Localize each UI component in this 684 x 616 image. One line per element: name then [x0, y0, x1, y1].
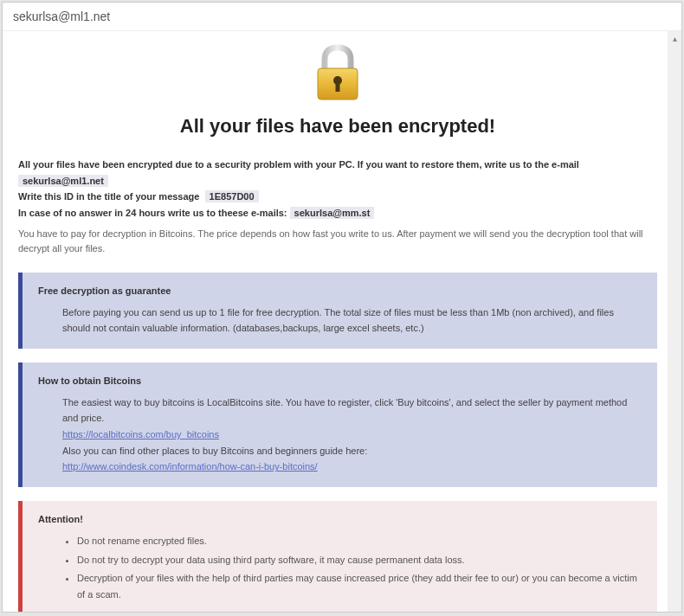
scrollbar[interactable]: ▴ — [668, 31, 681, 612]
content-wrapper: All your files have been encrypted! All … — [3, 31, 681, 612]
box-attention: Attention! Do not rename encrypted files… — [18, 501, 657, 612]
box-free-title: Free decryption as guarantee — [38, 283, 642, 299]
box-attn-title: Attention! — [38, 511, 642, 528]
window: sekurlsa@ml1.net — [2, 2, 682, 613]
window-title: sekurlsa@ml1.net — [3, 3, 681, 31]
attn-item-3: Decryption of your files with the help o… — [77, 570, 642, 602]
scroll-up-icon[interactable]: ▴ — [668, 31, 681, 45]
btc-line2: Also you can find other places to buy Bi… — [62, 443, 642, 459]
btc-link2[interactable]: http://www.coindesk.com/information/how-… — [62, 461, 318, 472]
email-1: sekurlsa@ml1.net — [18, 175, 108, 187]
box-btc-title: How to obtain Bitcoins — [38, 373, 642, 389]
main-heading: All your files have been encrypted! — [18, 115, 657, 138]
attn-item-2: Do not try to decrypt your data using th… — [77, 552, 642, 568]
attn-item-1: Do not rename encrypted files. — [77, 533, 642, 549]
payment-note: You have to pay for decryption in Bitcoi… — [18, 227, 657, 257]
btc-link1[interactable]: https://localbitcoins.com/buy_bitcoins — [62, 429, 219, 440]
box-free-decryption: Free decryption as guarantee Before payi… — [18, 273, 657, 349]
box-free-body: Before paying you can send us up to 1 fi… — [38, 305, 642, 337]
intro-line3: In case of no answer in 24 hours write u… — [18, 208, 287, 218]
box-bitcoins: How to obtain Bitcoins The easiest way t… — [18, 363, 657, 487]
intro-block: All your files have been encrypted due t… — [18, 157, 657, 221]
lock-icon — [18, 44, 657, 106]
intro-line2: Write this ID in the title of your messa… — [18, 191, 199, 202]
intro-line1: All your files have been encrypted due t… — [18, 159, 579, 170]
email-2: sekurlsa@mm.st — [290, 207, 375, 219]
id-code: 1E857D00 — [205, 190, 259, 202]
svg-rect-2 — [336, 82, 340, 92]
content-area: All your files have been encrypted! All … — [3, 31, 681, 612]
btc-line1: The easiest way to buy bitcoins is Local… — [62, 395, 642, 427]
